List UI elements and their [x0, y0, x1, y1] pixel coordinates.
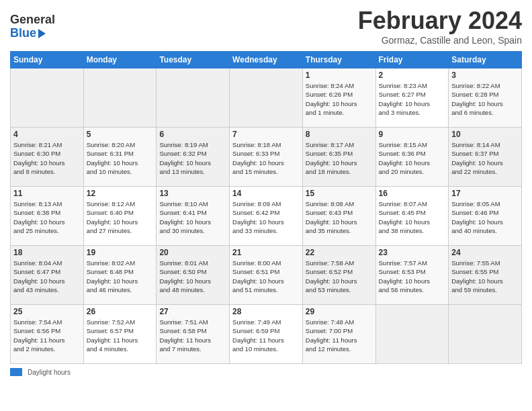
month-title: February 2024 — [358, 7, 522, 35]
day-info: Sunrise: 8:05 AM Sunset: 6:46 PM Dayligh… — [451, 199, 519, 235]
calendar-cell — [230, 68, 303, 128]
calendar-cell: 19Sunrise: 8:02 AM Sunset: 6:48 PM Dayli… — [83, 246, 157, 305]
day-info: Sunrise: 8:20 AM Sunset: 6:31 PM Dayligh… — [87, 140, 154, 176]
calendar-cell: 20Sunrise: 8:01 AM Sunset: 6:50 PM Dayli… — [157, 246, 230, 305]
day-number: 15 — [306, 189, 373, 198]
logo-general: General — [10, 13, 55, 27]
day-number: 22 — [306, 248, 373, 257]
legend-color-box — [10, 368, 22, 376]
calendar-cell: 23Sunrise: 7:57 AM Sunset: 6:53 PM Dayli… — [375, 246, 449, 305]
calendar-cell: 7Sunrise: 8:18 AM Sunset: 6:33 PM Daylig… — [230, 128, 303, 187]
day-info: Sunrise: 8:10 AM Sunset: 6:41 PM Dayligh… — [159, 199, 226, 235]
day-number: 28 — [232, 307, 300, 316]
day-number: 8 — [306, 130, 373, 139]
day-info: Sunrise: 8:19 AM Sunset: 6:32 PM Dayligh… — [159, 140, 226, 176]
day-info: Sunrise: 8:02 AM Sunset: 6:48 PM Dayligh… — [87, 259, 154, 294]
day-number: 17 — [451, 189, 519, 198]
calendar-cell: 26Sunrise: 7:52 AM Sunset: 6:57 PM Dayli… — [83, 305, 157, 364]
calendar-cell: 28Sunrise: 7:49 AM Sunset: 6:59 PM Dayli… — [230, 305, 303, 364]
day-number: 24 — [451, 248, 519, 257]
calendar-cell: 17Sunrise: 8:05 AM Sunset: 6:46 PM Dayli… — [449, 187, 522, 246]
column-header-thursday: Thursday — [302, 52, 375, 68]
day-number: 27 — [159, 307, 226, 316]
calendar-cell: 14Sunrise: 8:09 AM Sunset: 6:42 PM Dayli… — [230, 187, 303, 246]
location: Gormaz, Castille and Leon, Spain — [358, 35, 522, 46]
day-info: Sunrise: 8:24 AM Sunset: 6:26 PM Dayligh… — [306, 81, 373, 117]
calendar-cell: 9Sunrise: 8:15 AM Sunset: 6:36 PM Daylig… — [375, 128, 449, 187]
calendar-cell: 6Sunrise: 8:19 AM Sunset: 6:32 PM Daylig… — [157, 128, 230, 187]
day-number: 10 — [451, 130, 519, 139]
day-info: Sunrise: 8:07 AM Sunset: 6:45 PM Dayligh… — [379, 199, 446, 235]
calendar-cell: 21Sunrise: 8:00 AM Sunset: 6:51 PM Dayli… — [230, 246, 303, 305]
day-number: 4 — [13, 130, 81, 139]
day-info: Sunrise: 8:15 AM Sunset: 6:36 PM Dayligh… — [379, 140, 446, 176]
day-number: 9 — [379, 130, 446, 139]
day-info: Sunrise: 7:57 AM Sunset: 6:53 PM Dayligh… — [379, 259, 446, 294]
calendar-cell: 8Sunrise: 8:17 AM Sunset: 6:35 PM Daylig… — [302, 128, 375, 187]
calendar-cell: 25Sunrise: 7:54 AM Sunset: 6:56 PM Dayli… — [11, 305, 84, 364]
calendar-cell: 13Sunrise: 8:10 AM Sunset: 6:41 PM Dayli… — [157, 187, 230, 246]
calendar-cell: 4Sunrise: 8:21 AM Sunset: 6:30 PM Daylig… — [11, 128, 84, 187]
day-info: Sunrise: 8:00 AM Sunset: 6:51 PM Dayligh… — [232, 259, 300, 294]
day-info: Sunrise: 8:14 AM Sunset: 6:37 PM Dayligh… — [451, 140, 519, 176]
day-number: 12 — [87, 189, 154, 198]
calendar-cell: 11Sunrise: 8:13 AM Sunset: 6:38 PM Dayli… — [11, 187, 84, 246]
calendar-cell — [83, 68, 157, 128]
day-number: 16 — [379, 189, 446, 198]
column-header-monday: Monday — [83, 52, 157, 68]
day-info: Sunrise: 7:58 AM Sunset: 6:52 PM Dayligh… — [306, 259, 373, 294]
day-info: Sunrise: 8:13 AM Sunset: 6:38 PM Dayligh… — [13, 199, 81, 235]
day-number: 1 — [306, 71, 373, 80]
calendar-body: 1Sunrise: 8:24 AM Sunset: 6:26 PM Daylig… — [11, 68, 522, 364]
column-header-saturday: Saturday — [449, 52, 522, 68]
day-info: Sunrise: 8:21 AM Sunset: 6:30 PM Dayligh… — [13, 140, 81, 176]
day-info: Sunrise: 7:48 AM Sunset: 7:00 PM Dayligh… — [306, 318, 373, 353]
calendar-cell — [375, 305, 449, 364]
day-info: Sunrise: 8:17 AM Sunset: 6:35 PM Dayligh… — [306, 140, 373, 176]
column-header-tuesday: Tuesday — [157, 52, 230, 68]
day-info: Sunrise: 7:54 AM Sunset: 6:56 PM Dayligh… — [13, 318, 81, 353]
calendar-cell: 1Sunrise: 8:24 AM Sunset: 6:26 PM Daylig… — [302, 68, 375, 128]
calendar-cell: 22Sunrise: 7:58 AM Sunset: 6:52 PM Dayli… — [302, 246, 375, 305]
title-area: February 2024 Gormaz, Castille and Leon,… — [358, 7, 522, 46]
day-info: Sunrise: 8:08 AM Sunset: 6:43 PM Dayligh… — [306, 199, 373, 235]
page-header: General Blue February 2024 Gormaz, Casti… — [10, 7, 522, 46]
calendar-cell: 5Sunrise: 8:20 AM Sunset: 6:31 PM Daylig… — [83, 128, 157, 187]
calendar-table: SundayMondayTuesdayWednesdayThursdayFrid… — [10, 51, 522, 364]
footer: Daylight hours — [10, 368, 522, 376]
column-header-friday: Friday — [375, 52, 449, 68]
day-number: 6 — [159, 130, 226, 139]
day-info: Sunrise: 7:55 AM Sunset: 6:55 PM Dayligh… — [451, 259, 519, 294]
calendar-cell: 15Sunrise: 8:08 AM Sunset: 6:43 PM Dayli… — [302, 187, 375, 246]
day-number: 23 — [379, 248, 446, 257]
column-header-sunday: Sunday — [11, 52, 84, 68]
day-number: 21 — [232, 248, 300, 257]
day-number: 19 — [87, 248, 154, 257]
calendar-cell: 2Sunrise: 8:23 AM Sunset: 6:27 PM Daylig… — [375, 68, 449, 128]
day-number: 5 — [87, 130, 154, 139]
week-row-4: 18Sunrise: 8:04 AM Sunset: 6:47 PM Dayli… — [11, 246, 522, 305]
day-number: 18 — [13, 248, 81, 257]
legend-label: Daylight hours — [28, 369, 71, 376]
day-number: 14 — [232, 189, 300, 198]
column-header-wednesday: Wednesday — [230, 52, 303, 68]
calendar-cell: 3Sunrise: 8:22 AM Sunset: 6:28 PM Daylig… — [449, 68, 522, 128]
day-number: 3 — [451, 71, 519, 80]
calendar-cell: 12Sunrise: 8:12 AM Sunset: 6:40 PM Dayli… — [83, 187, 157, 246]
day-info: Sunrise: 7:49 AM Sunset: 6:59 PM Dayligh… — [232, 318, 300, 353]
day-number: 13 — [159, 189, 226, 198]
logo-blue: Blue — [10, 27, 55, 40]
day-info: Sunrise: 8:23 AM Sunset: 6:27 PM Dayligh… — [379, 81, 446, 117]
calendar-cell: 16Sunrise: 8:07 AM Sunset: 6:45 PM Dayli… — [375, 187, 449, 246]
logo: General Blue — [10, 13, 55, 40]
day-number: 7 — [232, 130, 300, 139]
calendar-cell: 29Sunrise: 7:48 AM Sunset: 7:00 PM Dayli… — [302, 305, 375, 364]
day-info: Sunrise: 7:51 AM Sunset: 6:58 PM Dayligh… — [159, 318, 226, 353]
day-info: Sunrise: 8:09 AM Sunset: 6:42 PM Dayligh… — [232, 199, 300, 235]
logo-arrow-icon — [38, 29, 46, 38]
calendar-cell: 10Sunrise: 8:14 AM Sunset: 6:37 PM Dayli… — [449, 128, 522, 187]
day-info: Sunrise: 8:18 AM Sunset: 6:33 PM Dayligh… — [232, 140, 300, 176]
calendar-header-row: SundayMondayTuesdayWednesdayThursdayFrid… — [11, 52, 522, 68]
day-number: 25 — [13, 307, 81, 316]
day-info: Sunrise: 8:22 AM Sunset: 6:28 PM Dayligh… — [451, 81, 519, 117]
